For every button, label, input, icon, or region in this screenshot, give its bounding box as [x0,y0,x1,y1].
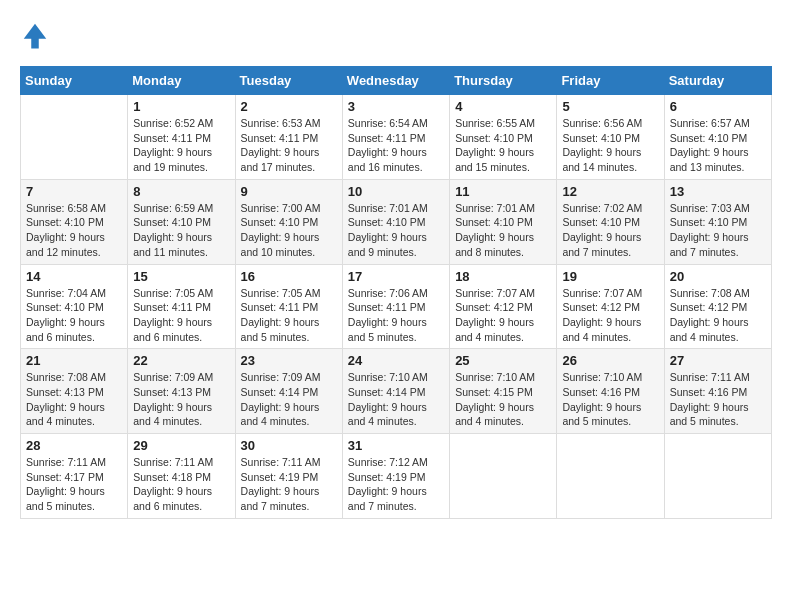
day-number: 25 [455,353,551,368]
day-number: 14 [26,269,122,284]
day-number: 4 [455,99,551,114]
calendar-cell: 22Sunrise: 7:09 AMSunset: 4:13 PMDayligh… [128,349,235,434]
day-number: 19 [562,269,658,284]
calendar-cell: 27Sunrise: 7:11 AMSunset: 4:16 PMDayligh… [664,349,771,434]
day-info: Sunrise: 7:01 AMSunset: 4:10 PMDaylight:… [455,201,551,260]
calendar-cell: 7Sunrise: 6:58 AMSunset: 4:10 PMDaylight… [21,179,128,264]
calendar-cell: 23Sunrise: 7:09 AMSunset: 4:14 PMDayligh… [235,349,342,434]
day-info: Sunrise: 7:02 AMSunset: 4:10 PMDaylight:… [562,201,658,260]
day-info: Sunrise: 7:07 AMSunset: 4:12 PMDaylight:… [455,286,551,345]
calendar-week-1: 1Sunrise: 6:52 AMSunset: 4:11 PMDaylight… [21,95,772,180]
day-info: Sunrise: 7:00 AMSunset: 4:10 PMDaylight:… [241,201,337,260]
calendar-cell: 3Sunrise: 6:54 AMSunset: 4:11 PMDaylight… [342,95,449,180]
day-number: 3 [348,99,444,114]
day-number: 12 [562,184,658,199]
day-number: 17 [348,269,444,284]
calendar-cell: 6Sunrise: 6:57 AMSunset: 4:10 PMDaylight… [664,95,771,180]
day-info: Sunrise: 7:09 AMSunset: 4:13 PMDaylight:… [133,370,229,429]
day-info: Sunrise: 7:07 AMSunset: 4:12 PMDaylight:… [562,286,658,345]
day-info: Sunrise: 7:03 AMSunset: 4:10 PMDaylight:… [670,201,766,260]
day-number: 27 [670,353,766,368]
day-number: 22 [133,353,229,368]
day-number: 26 [562,353,658,368]
header-monday: Monday [128,67,235,95]
day-info: Sunrise: 7:11 AMSunset: 4:16 PMDaylight:… [670,370,766,429]
calendar-cell [21,95,128,180]
calendar-cell: 17Sunrise: 7:06 AMSunset: 4:11 PMDayligh… [342,264,449,349]
header-saturday: Saturday [664,67,771,95]
day-info: Sunrise: 6:55 AMSunset: 4:10 PMDaylight:… [455,116,551,175]
day-number: 5 [562,99,658,114]
calendar-cell: 11Sunrise: 7:01 AMSunset: 4:10 PMDayligh… [450,179,557,264]
header-thursday: Thursday [450,67,557,95]
day-number: 2 [241,99,337,114]
calendar-cell: 15Sunrise: 7:05 AMSunset: 4:11 PMDayligh… [128,264,235,349]
calendar-cell [450,434,557,519]
day-number: 20 [670,269,766,284]
day-info: Sunrise: 7:04 AMSunset: 4:10 PMDaylight:… [26,286,122,345]
calendar-week-5: 28Sunrise: 7:11 AMSunset: 4:17 PMDayligh… [21,434,772,519]
calendar: SundayMondayTuesdayWednesdayThursdayFrid… [20,66,772,519]
calendar-cell: 1Sunrise: 6:52 AMSunset: 4:11 PMDaylight… [128,95,235,180]
day-info: Sunrise: 7:09 AMSunset: 4:14 PMDaylight:… [241,370,337,429]
calendar-header-row: SundayMondayTuesdayWednesdayThursdayFrid… [21,67,772,95]
day-info: Sunrise: 7:10 AMSunset: 4:14 PMDaylight:… [348,370,444,429]
calendar-cell [664,434,771,519]
calendar-cell: 24Sunrise: 7:10 AMSunset: 4:14 PMDayligh… [342,349,449,434]
calendar-cell: 21Sunrise: 7:08 AMSunset: 4:13 PMDayligh… [21,349,128,434]
calendar-week-4: 21Sunrise: 7:08 AMSunset: 4:13 PMDayligh… [21,349,772,434]
calendar-cell: 19Sunrise: 7:07 AMSunset: 4:12 PMDayligh… [557,264,664,349]
day-number: 1 [133,99,229,114]
day-number: 8 [133,184,229,199]
logo [20,20,54,50]
day-number: 6 [670,99,766,114]
day-number: 7 [26,184,122,199]
day-info: Sunrise: 7:11 AMSunset: 4:17 PMDaylight:… [26,455,122,514]
logo-icon [20,20,50,50]
day-info: Sunrise: 6:52 AMSunset: 4:11 PMDaylight:… [133,116,229,175]
day-info: Sunrise: 7:12 AMSunset: 4:19 PMDaylight:… [348,455,444,514]
day-number: 29 [133,438,229,453]
day-info: Sunrise: 6:54 AMSunset: 4:11 PMDaylight:… [348,116,444,175]
header-tuesday: Tuesday [235,67,342,95]
calendar-cell: 16Sunrise: 7:05 AMSunset: 4:11 PMDayligh… [235,264,342,349]
calendar-cell: 28Sunrise: 7:11 AMSunset: 4:17 PMDayligh… [21,434,128,519]
calendar-cell: 25Sunrise: 7:10 AMSunset: 4:15 PMDayligh… [450,349,557,434]
day-number: 9 [241,184,337,199]
svg-marker-0 [24,24,47,49]
day-info: Sunrise: 7:08 AMSunset: 4:12 PMDaylight:… [670,286,766,345]
header-friday: Friday [557,67,664,95]
day-number: 28 [26,438,122,453]
calendar-cell: 18Sunrise: 7:07 AMSunset: 4:12 PMDayligh… [450,264,557,349]
day-number: 15 [133,269,229,284]
calendar-cell: 20Sunrise: 7:08 AMSunset: 4:12 PMDayligh… [664,264,771,349]
day-info: Sunrise: 6:59 AMSunset: 4:10 PMDaylight:… [133,201,229,260]
day-info: Sunrise: 7:11 AMSunset: 4:18 PMDaylight:… [133,455,229,514]
calendar-cell: 2Sunrise: 6:53 AMSunset: 4:11 PMDaylight… [235,95,342,180]
day-info: Sunrise: 7:01 AMSunset: 4:10 PMDaylight:… [348,201,444,260]
day-info: Sunrise: 6:53 AMSunset: 4:11 PMDaylight:… [241,116,337,175]
calendar-cell [557,434,664,519]
calendar-cell: 12Sunrise: 7:02 AMSunset: 4:10 PMDayligh… [557,179,664,264]
header-wednesday: Wednesday [342,67,449,95]
day-number: 31 [348,438,444,453]
calendar-cell: 31Sunrise: 7:12 AMSunset: 4:19 PMDayligh… [342,434,449,519]
calendar-cell: 30Sunrise: 7:11 AMSunset: 4:19 PMDayligh… [235,434,342,519]
day-number: 30 [241,438,337,453]
calendar-cell: 13Sunrise: 7:03 AMSunset: 4:10 PMDayligh… [664,179,771,264]
calendar-cell: 10Sunrise: 7:01 AMSunset: 4:10 PMDayligh… [342,179,449,264]
calendar-cell: 26Sunrise: 7:10 AMSunset: 4:16 PMDayligh… [557,349,664,434]
calendar-week-2: 7Sunrise: 6:58 AMSunset: 4:10 PMDaylight… [21,179,772,264]
calendar-cell: 4Sunrise: 6:55 AMSunset: 4:10 PMDaylight… [450,95,557,180]
day-info: Sunrise: 6:57 AMSunset: 4:10 PMDaylight:… [670,116,766,175]
day-number: 10 [348,184,444,199]
day-number: 24 [348,353,444,368]
day-info: Sunrise: 6:56 AMSunset: 4:10 PMDaylight:… [562,116,658,175]
day-info: Sunrise: 7:08 AMSunset: 4:13 PMDaylight:… [26,370,122,429]
day-info: Sunrise: 7:05 AMSunset: 4:11 PMDaylight:… [241,286,337,345]
day-info: Sunrise: 6:58 AMSunset: 4:10 PMDaylight:… [26,201,122,260]
day-number: 13 [670,184,766,199]
calendar-cell: 14Sunrise: 7:04 AMSunset: 4:10 PMDayligh… [21,264,128,349]
day-number: 11 [455,184,551,199]
day-info: Sunrise: 7:11 AMSunset: 4:19 PMDaylight:… [241,455,337,514]
